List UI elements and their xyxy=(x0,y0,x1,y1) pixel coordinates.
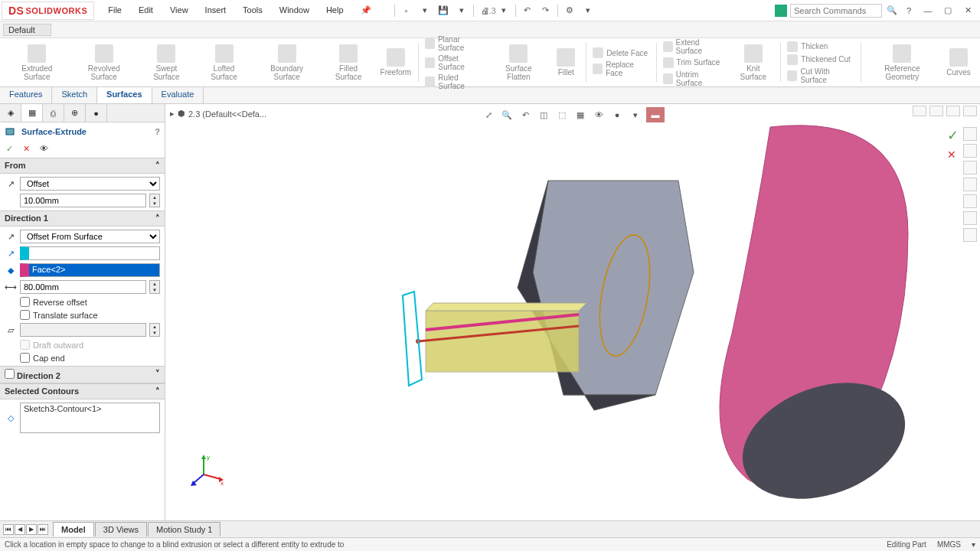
draft-input[interactable] xyxy=(20,323,146,337)
preview-icon[interactable]: 👁 xyxy=(40,144,51,155)
taskpane-resources-icon[interactable] xyxy=(963,127,977,141)
menu-window[interactable]: Window xyxy=(272,2,317,18)
next-tab-icon[interactable]: ▶ xyxy=(26,524,37,535)
chevron-down-icon[interactable]: ▾ xyxy=(581,4,595,18)
ribbon-offset-surface[interactable]: Offset Surface xyxy=(422,54,488,72)
ribbon-boundary-surface[interactable]: Boundary Surface xyxy=(253,40,320,85)
depth-spinner[interactable]: ▲▼ xyxy=(149,280,160,294)
cap-end-checkbox[interactable] xyxy=(20,353,30,363)
ribbon-reference-geometry[interactable]: Reference Geometry xyxy=(864,40,940,85)
dir1-mode-select[interactable]: Offset From Surface xyxy=(20,230,160,243)
direction-ref-box[interactable] xyxy=(20,246,160,260)
taskpane-design-lib-icon[interactable] xyxy=(963,144,977,158)
taskpane-custom-props-icon[interactable] xyxy=(963,211,977,225)
expand-icon[interactable]: ▸ xyxy=(170,109,175,119)
maximize-icon[interactable]: ▢ xyxy=(939,3,957,18)
open-icon[interactable]: ▾ xyxy=(418,4,432,18)
taskpane-file-explorer-icon[interactable] xyxy=(963,161,977,174)
panel-tab-tree-icon[interactable]: ◈ xyxy=(0,104,21,122)
translate-surface-checkbox[interactable] xyxy=(20,310,30,320)
ribbon-extruded-surface[interactable]: Extruded Surface xyxy=(5,40,70,85)
last-tab-icon[interactable]: ⏭ xyxy=(38,524,48,535)
ribbon-planar-surface[interactable]: Planar Surface xyxy=(422,34,488,53)
ribbon-freeform[interactable]: Freeform xyxy=(377,40,415,85)
ribbon-cut-with-surface[interactable]: Cut With Surface xyxy=(784,67,857,85)
undo-icon[interactable]: ↶ xyxy=(521,4,534,18)
close-icon[interactable]: ✕ xyxy=(959,3,977,18)
config-selector[interactable]: Default xyxy=(3,24,51,36)
menu-insert[interactable]: Insert xyxy=(198,2,234,18)
section-from[interactable]: From˄ xyxy=(0,158,165,174)
tab-evaluate[interactable]: Evaluate xyxy=(152,87,204,103)
taskpane-forum-icon[interactable] xyxy=(963,228,977,242)
menu-pin-icon[interactable]: 📌 xyxy=(353,2,379,18)
redo-icon[interactable]: ↷ xyxy=(539,4,553,18)
menu-help[interactable]: Help xyxy=(318,2,351,18)
taskpane-view-palette-icon[interactable] xyxy=(963,178,977,191)
ribbon-untrim-surface[interactable]: Untrim Surface xyxy=(660,70,728,88)
first-tab-icon[interactable]: ⏮ xyxy=(3,524,14,535)
direction-arrow-icon[interactable]: ↗ xyxy=(5,178,17,190)
draft-spinner[interactable]: ▲▼ xyxy=(149,323,160,337)
contour-list[interactable]: Sketch3-Contour<1> xyxy=(20,403,160,433)
ribbon-replace-face[interactable]: Replace Face xyxy=(590,60,652,78)
panel-tab-appearance-icon[interactable]: ● xyxy=(86,104,107,122)
minimize-icon[interactable]: — xyxy=(919,3,937,18)
panel-tab-config-icon[interactable]: ⎙ xyxy=(43,104,64,122)
ribbon-fillet[interactable]: Fillet xyxy=(549,40,583,85)
menu-tools[interactable]: Tools xyxy=(235,2,270,18)
tab-surfaces[interactable]: Surfaces xyxy=(97,87,152,103)
ribbon-trim-surface[interactable]: Trim Surface xyxy=(660,57,728,69)
depth-input[interactable] xyxy=(20,280,146,294)
search-icon[interactable]: 🔍 xyxy=(885,4,899,18)
menu-view[interactable]: View xyxy=(162,2,196,18)
tab-3d-views[interactable]: 3D Views xyxy=(95,522,147,536)
viewport[interactable]: ▸ ⬢ 2.3 (Default<<Defa... ⤢ 🔍 ↶ ◫ ⬚ ▦ 👁 … xyxy=(165,104,980,520)
ribbon-extend-surface[interactable]: Extend Surface xyxy=(660,37,728,56)
help-small-icon[interactable]: ? xyxy=(155,127,160,136)
menu-edit[interactable]: Edit xyxy=(131,2,161,18)
vp-restore-icon[interactable] xyxy=(913,106,926,116)
ribbon-knit-surface[interactable]: Knit Surface xyxy=(729,40,777,85)
chevron-down-icon[interactable]: ▾ xyxy=(497,4,511,18)
chevron-down-icon[interactable]: ▾ xyxy=(455,4,469,18)
cancel-icon[interactable]: ✕ xyxy=(23,144,34,155)
panel-tab-dim-icon[interactable]: ⊕ xyxy=(64,104,86,122)
ribbon-lofted-surface[interactable]: Lofted Surface xyxy=(196,40,252,85)
reverse-direction-icon[interactable]: ↗ xyxy=(5,230,17,243)
tab-features[interactable]: Features xyxy=(0,87,52,103)
prev-tab-icon[interactable]: ◀ xyxy=(15,524,25,535)
draft-icon[interactable]: ▱ xyxy=(5,324,17,336)
tab-sketch[interactable]: Sketch xyxy=(52,87,97,103)
direction2-checkbox[interactable] xyxy=(5,369,15,379)
search-input[interactable] xyxy=(790,4,882,18)
orientation-triad[interactable]: y x xyxy=(188,452,227,490)
vp-close-icon[interactable] xyxy=(963,106,977,116)
ribbon-curves[interactable]: Curves xyxy=(942,40,975,85)
save-icon[interactable]: 💾 xyxy=(436,4,450,18)
panel-tab-property-icon[interactable]: ▦ xyxy=(21,104,43,122)
section-contours[interactable]: Selected Contours˄ xyxy=(0,383,165,399)
from-spinner[interactable]: ▲▼ xyxy=(149,194,160,207)
face-select-icon[interactable]: ◆ xyxy=(5,264,17,276)
tab-motion-study[interactable]: Motion Study 1 xyxy=(148,522,220,536)
vp-min-icon[interactable] xyxy=(929,106,943,116)
section-direction2[interactable]: Direction 2˅ xyxy=(0,366,165,383)
direction-vector-icon[interactable]: ↗ xyxy=(5,247,17,259)
ribbon-filled-surface[interactable]: Filled Surface xyxy=(322,40,374,85)
new-doc-icon[interactable]: ▫ xyxy=(400,4,413,18)
ok-icon[interactable]: ✓ xyxy=(6,144,17,155)
taskpane-appearances-icon[interactable] xyxy=(963,194,977,208)
tab-model[interactable]: Model xyxy=(53,522,94,536)
ribbon-delete-face[interactable]: Delete Face xyxy=(590,47,652,59)
menu-file[interactable]: File xyxy=(100,2,129,18)
ribbon-thickened-cut[interactable]: Thickened Cut xyxy=(784,54,857,66)
search-launch-icon[interactable] xyxy=(775,5,787,17)
ribbon-swept-surface[interactable]: Swept Surface xyxy=(139,40,194,85)
ribbon-surface-flatten[interactable]: Surface Flatten xyxy=(489,40,547,85)
vp-max-icon[interactable] xyxy=(946,106,960,116)
ribbon-revolved-surface[interactable]: Revolved Surface xyxy=(71,40,137,85)
from-offset-input[interactable] xyxy=(20,194,146,207)
help-icon[interactable]: ? xyxy=(902,4,916,18)
section-direction1[interactable]: Direction 1˄ xyxy=(0,210,165,227)
